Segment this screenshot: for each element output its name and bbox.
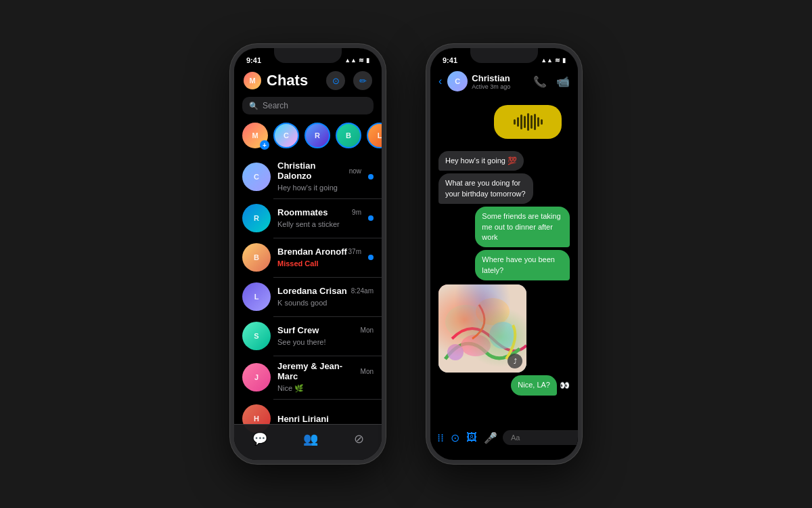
message-3: Some friends are taking me out to dinner… <box>475 207 570 247</box>
chat-time: 37m <box>348 248 361 255</box>
message-1: Hey how's it going 💯 <box>438 151 524 171</box>
chat-preview: K sounds good <box>277 299 327 307</box>
message-input[interactable] <box>503 430 578 445</box>
chats-title: Chats <box>267 72 308 89</box>
chat-info-roommates: Roommates 9m Kelly sent a sticker <box>277 207 361 230</box>
story-4[interactable]: L <box>367 123 382 148</box>
chats-header: M Chats ⊙ ✏ <box>234 67 382 96</box>
contact-name: Christian <box>472 73 529 83</box>
camera-icon: ⊙ <box>332 76 340 86</box>
voice-bar <box>534 114 536 130</box>
chat-avatar-brendan: B <box>242 243 271 272</box>
tab-discover[interactable]: ⊘ <box>354 431 364 446</box>
chat-name: Loredana Crisan <box>277 286 347 296</box>
header-actions: ⊙ ✏ <box>326 71 372 90</box>
voice-bar <box>517 117 519 127</box>
voice-bar <box>537 117 539 127</box>
chat-info-brendan: Brendan Aronoff 37m Missed Call <box>277 247 361 269</box>
voice-bar <box>514 119 516 125</box>
avatar-initial: M <box>244 72 261 89</box>
svg-point-2 <box>476 298 510 325</box>
story-add-icon: + <box>260 140 269 150</box>
contact-status: Active 3m ago <box>472 83 529 90</box>
story-my[interactable]: M + <box>242 123 268 148</box>
message-text: Nice, LA? <box>518 381 550 389</box>
camera-button[interactable]: ⊙ <box>326 71 345 90</box>
chat-preview: See you there! <box>277 338 326 346</box>
message-4: Where have you been lately? <box>475 250 570 280</box>
chat-actions: 📞 📹 <box>533 75 570 88</box>
chat-name-row: Henri Liriani <box>277 414 374 424</box>
search-bar[interactable]: 🔍 Search <box>242 97 374 114</box>
battery-icon: ▮ <box>562 57 566 64</box>
chat-avatar-christian: C <box>242 163 271 191</box>
chats-title-area: M Chats <box>244 72 308 89</box>
chat-name: Brendan Aronoff <box>277 247 347 257</box>
status-icons-2: ▲▲ ≋ ▮ <box>541 57 566 64</box>
tab-people[interactable]: 👥 <box>303 431 318 446</box>
camera-icon[interactable]: ⊙ <box>451 431 459 444</box>
bottom-tab-bar: 💬 👥 ⊘ <box>234 424 382 460</box>
compose-button[interactable]: ✏ <box>353 71 372 90</box>
message-text: What are you doing for your birthday tom… <box>445 179 526 197</box>
contact-avatar[interactable]: C <box>447 71 468 91</box>
signal-icon: ▲▲ <box>344 57 357 64</box>
svg-point-4 <box>461 335 491 356</box>
chat-name-row: Surf Crew Mon <box>277 325 374 335</box>
chat-time: Mon <box>361 368 374 375</box>
chat-preview: Hey how's it going <box>277 184 338 192</box>
message-5: Nice, LA? <box>511 375 557 395</box>
voice-bar <box>541 119 543 125</box>
chat-name-row: Christian Dalonzo now <box>277 161 361 181</box>
svg-point-5 <box>447 344 464 360</box>
chat-name: Roommates <box>277 207 328 217</box>
phone-chats: 9:41 ▲▲ ≋ ▮ M Chats ⊙ ✏ <box>230 44 386 464</box>
stories-row: M + C R B L S <box>234 120 382 155</box>
chat-info-jeremy: Jeremy & Jean-Marc Mon Nice 🌿 <box>277 361 374 394</box>
chat-name-row: Brendan Aronoff 37m <box>277 247 361 257</box>
chat-item-roommates[interactable]: R Roommates 9m Kelly sent a sticker <box>234 198 382 238</box>
chat-avatar-loredana: L <box>242 282 271 311</box>
image-message[interactable]: ⤴ <box>438 284 526 373</box>
chat-list: C Christian Dalonzo now Hey how's it goi… <box>234 155 382 438</box>
chat-info-henri: Henri Liriani <box>277 414 374 424</box>
chat-name: Christian Dalonzo <box>277 161 349 181</box>
status-time-2: 9:41 <box>443 56 457 64</box>
signal-icon: ▲▲ <box>541 57 553 64</box>
reaction-emoji: 👀 <box>560 381 570 390</box>
chat-item-surf[interactable]: S Surf Crew Mon See you there! <box>234 316 382 356</box>
voice-bar <box>527 113 529 131</box>
chat-preview-missed: Missed Call <box>277 259 319 268</box>
chat-preview: Kelly sent a sticker <box>277 220 340 228</box>
status-bar-2: 9:41 ▲▲ ≋ ▮ <box>430 48 578 67</box>
story-1[interactable]: C <box>273 123 299 148</box>
chat-name: Surf Crew <box>277 325 319 335</box>
chat-item-jeremy[interactable]: J Jeremy & Jean-Marc Mon Nice 🌿 <box>234 356 382 399</box>
back-button[interactable]: ‹ <box>438 75 442 87</box>
story-2[interactable]: R <box>304 123 330 148</box>
message-text: Where have you been lately? <box>482 255 555 274</box>
mic-icon[interactable]: 🎤 <box>484 431 497 444</box>
photo-icon[interactable]: 🖼 <box>466 431 477 444</box>
video-call-icon[interactable]: 📹 <box>556 75 570 88</box>
tab-chats[interactable]: 💬 <box>252 431 267 446</box>
chat-time: Mon <box>361 326 374 334</box>
apps-icon[interactable]: ⁞⁞ <box>437 431 444 444</box>
share-button[interactable]: ⤴ <box>508 354 522 368</box>
search-placeholder: Search <box>263 101 288 110</box>
chat-item-christian[interactable]: C Christian Dalonzo now Hey how's it goi… <box>234 155 382 198</box>
wifi-icon: ≋ <box>555 57 560 64</box>
chat-item-loredana[interactable]: L Loredana Crisan 8:24am K sounds good <box>234 277 382 316</box>
voice-bar <box>531 115 533 129</box>
chat-name: Jeremy & Jean-Marc <box>277 361 361 381</box>
chat-conversation-header: ‹ C Christian Active 3m ago 📞 📹 <box>430 67 578 97</box>
chat-item-brendan[interactable]: B Brendan Aronoff 37m Missed Call <box>234 238 382 277</box>
messages-area: Hey how's it going 💯 What are you doing … <box>430 146 578 401</box>
chat-time: now <box>349 167 361 175</box>
story-3[interactable]: B <box>336 123 361 148</box>
voice-message[interactable] <box>494 105 562 139</box>
voice-call-icon[interactable]: 📞 <box>533 75 547 88</box>
chat-name-row: Roommates 9m <box>277 207 361 217</box>
battery-icon: ▮ <box>366 57 369 64</box>
chat-time: 9m <box>352 209 361 216</box>
